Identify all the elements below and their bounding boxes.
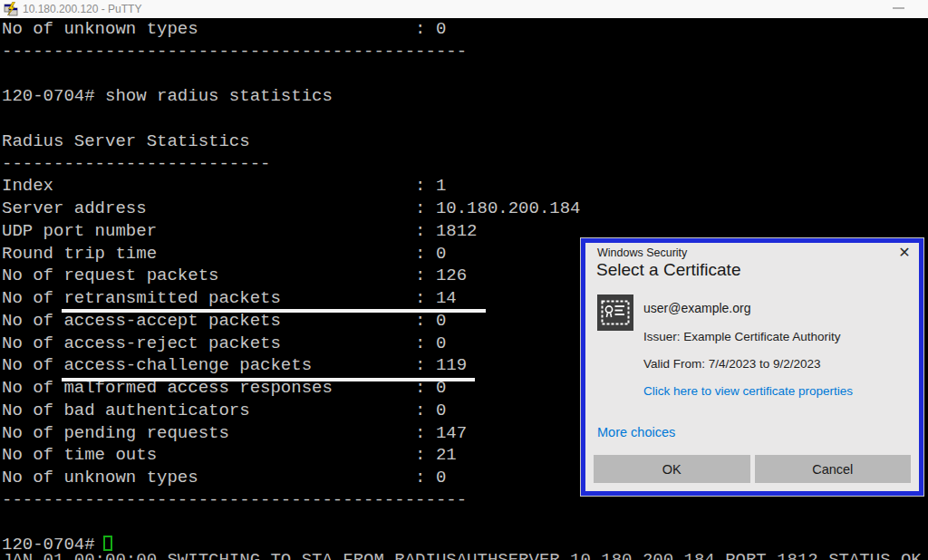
dialog-title: Select a Certificate: [596, 260, 740, 280]
cancel-button[interactable]: Cancel: [755, 455, 912, 483]
window-title: 10.180.200.120 - PuTTY: [23, 3, 141, 15]
certificate-validity: Valid From: 7/4/2023 to 9/2/2023: [643, 357, 821, 371]
ok-button[interactable]: OK: [594, 455, 750, 483]
terminal-line: [2, 63, 928, 86]
terminal-line: Index : 1: [2, 175, 928, 198]
terminal-line: 120-0704# show radius statistics: [2, 85, 928, 108]
windows-security-dialog: Windows Security ✕ Select a Certificate …: [581, 238, 923, 496]
certificate-properties-link[interactable]: Click here to view certificate propertie…: [643, 384, 853, 398]
close-icon[interactable]: ✕: [894, 243, 914, 263]
terminal-clipped-line: JAN 01 00:00:00 SWITCHING TO STA FROM RA…: [2, 552, 928, 560]
annotation-underline-retransmitted: [62, 309, 486, 313]
putty-app-icon: [4, 2, 18, 16]
terminal-line: [2, 108, 928, 130]
terminal-line: ----------------------------------------…: [2, 41, 928, 63]
terminal-line: Radius Server Statistics: [2, 130, 928, 153]
terminal-line: [2, 512, 928, 535]
minimize-icon[interactable]: [893, 7, 904, 9]
dialog-button-row: OK Cancel: [594, 455, 911, 483]
terminal-line: --------------------------: [2, 153, 928, 176]
certificate-subject: user@example.org: [643, 301, 751, 315]
annotation-underline-access-challenge: [62, 378, 475, 381]
more-choices-link[interactable]: More choices: [597, 425, 675, 439]
certificate-issuer: Issuer: Example Certificate Authority: [643, 330, 841, 343]
certificate-icon: [597, 294, 633, 331]
terminal-cursor: [103, 536, 112, 551]
dialog-header: Windows Security: [597, 246, 687, 259]
terminal-line: Server address : 10.180.200.184: [2, 198, 928, 220]
terminal-line: No of unknown types : 0: [2, 18, 928, 41]
putty-titlebar: 10.180.200.120 - PuTTY: [0, 0, 928, 18]
